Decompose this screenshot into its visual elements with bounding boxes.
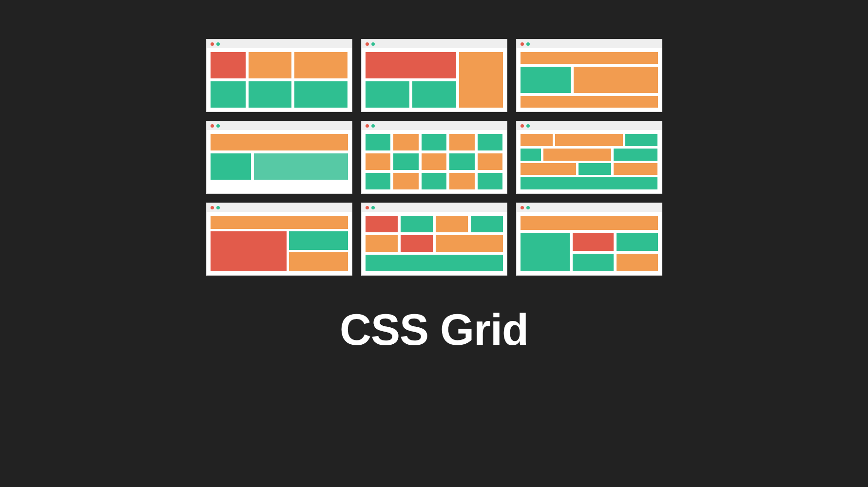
titlebar [362,203,507,212]
grid-cell [401,216,433,232]
close-dot-icon [366,124,369,128]
grid-cell [401,235,433,252]
min-dot-icon [526,42,530,46]
grid-cell [521,177,658,189]
close-dot-icon [521,42,524,46]
grid-cell [289,252,347,271]
grid-cell [436,216,468,232]
grid-cell [449,173,475,189]
grid-cell [617,233,657,250]
grid-cell [249,52,291,78]
min-dot-icon [371,124,375,128]
window-content [362,48,507,112]
window-content [207,130,352,193]
min-dot-icon [216,124,220,128]
close-dot-icon [366,206,369,209]
grid-cell [521,149,541,161]
grid-cell [294,81,347,108]
window-w5 [361,121,507,194]
grid-cell [436,235,503,252]
titlebar [362,39,507,48]
grid-cell [573,254,614,271]
grid-cell [422,173,447,189]
window-w4 [206,121,352,194]
window-w6 [516,121,662,194]
grid-cell [478,153,503,170]
grid-cell [412,81,456,108]
min-dot-icon [371,206,375,209]
grid-cell [521,67,571,93]
window-content [517,130,662,193]
grid-cell [521,96,658,108]
page-title: CSS Grid [340,305,528,355]
grid-cell [617,254,657,271]
grid-cell [422,153,447,170]
close-dot-icon [211,124,214,128]
grid-cell [521,163,577,175]
layout-examples-grid [206,39,662,276]
grid-cell [614,163,658,175]
grid-cell [366,216,398,232]
grid-cell [211,153,251,180]
grid-cell [521,52,658,64]
window-content [362,212,507,275]
grid-cell [449,153,475,170]
grid-cell [478,134,503,150]
window-w3 [516,39,662,112]
min-dot-icon [216,42,220,46]
grid-cell [393,173,419,189]
window-w1 [206,39,352,112]
grid-cell [211,81,246,108]
titlebar [517,121,662,130]
grid-cell [211,231,287,271]
grid-cell [422,134,447,150]
grid-cell [521,216,658,230]
min-dot-icon [371,42,375,46]
grid-cell [294,52,347,78]
titlebar [207,203,352,212]
grid-cell [574,67,658,93]
grid-cell [211,134,348,150]
titlebar [207,39,352,48]
titlebar [362,121,507,130]
close-dot-icon [211,206,214,209]
grid-cell [579,163,611,175]
grid-cell [289,231,347,250]
grid-cell [366,134,391,150]
window-content [517,212,662,275]
grid-cell [366,153,391,170]
grid-cell [543,149,611,161]
window-content [362,130,507,193]
grid-cell [614,149,658,161]
grid-cell [471,216,503,232]
grid-cell [211,52,246,78]
window-content [207,212,352,275]
window-content [207,48,352,112]
grid-cell [366,235,398,252]
grid-cell [521,134,553,146]
grid-cell [449,134,475,150]
grid-cell [366,255,503,271]
grid-cell [478,173,503,189]
grid-cell [459,52,503,108]
min-dot-icon [216,206,220,209]
grid-cell [211,216,348,229]
grid-cell [625,134,658,146]
window-w9 [516,203,662,276]
window-w8 [361,203,507,276]
grid-cell [249,81,291,108]
close-dot-icon [366,42,369,46]
grid-cell [366,173,391,189]
close-dot-icon [521,124,524,128]
titlebar [207,121,352,130]
grid-cell [254,153,347,180]
window-w7 [206,203,352,276]
titlebar [517,39,662,48]
close-dot-icon [211,42,214,46]
grid-cell [393,134,419,150]
window-w2 [361,39,507,112]
grid-cell [521,233,570,271]
titlebar [517,203,662,212]
grid-cell [393,153,419,170]
grid-cell [366,81,409,108]
